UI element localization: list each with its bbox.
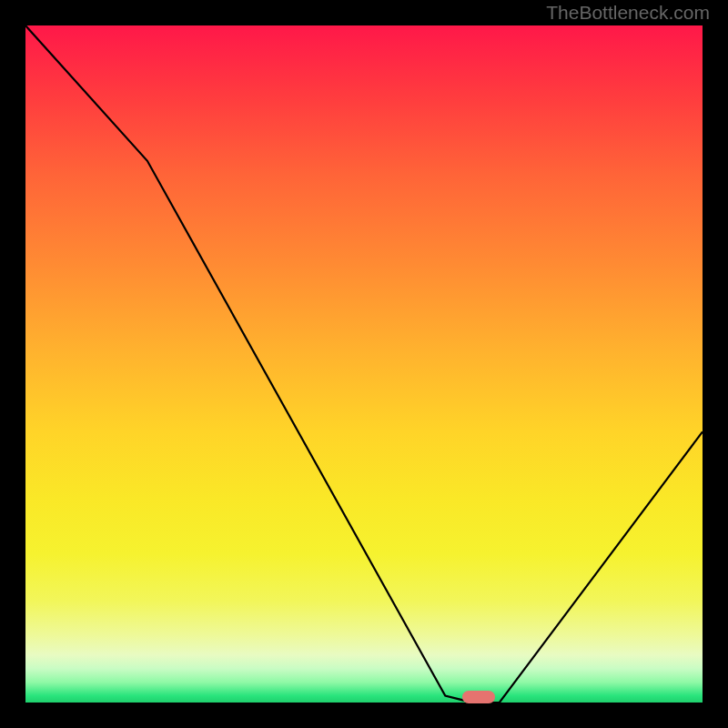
watermark-text: TheBottleneck.com [546, 2, 710, 24]
plot-area [25, 25, 703, 703]
chart-container: TheBottleneck.com [0, 0, 728, 728]
bottleneck-curve [25, 25, 703, 703]
optimal-marker [462, 691, 495, 703]
